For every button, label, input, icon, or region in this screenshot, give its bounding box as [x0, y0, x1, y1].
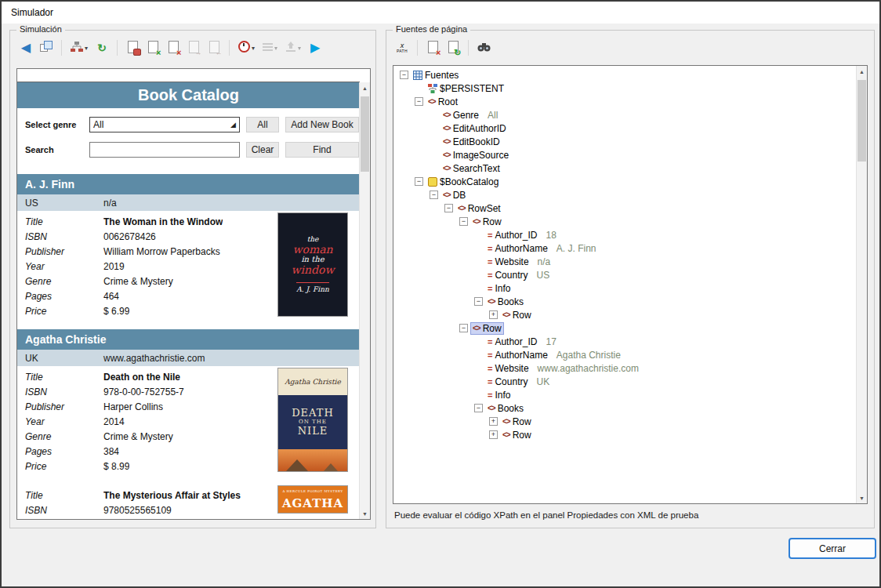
tree-node[interactable]: =Info — [397, 281, 856, 295]
tree-node-box: <>Row — [470, 216, 504, 228]
tree-node[interactable]: <>GenreAll — [397, 108, 856, 122]
tree-node[interactable]: −<>Row — [397, 215, 856, 228]
tree-node-box: <>SearchText — [440, 162, 502, 175]
tree-node[interactable]: <>ImageSource — [397, 148, 856, 162]
evaluate-xpath-button[interactable]: xPATH — [393, 38, 411, 57]
add-new-book-button[interactable]: Add New Book — [285, 117, 359, 132]
tree-node-box: <>EditAuthorID — [440, 122, 509, 135]
cover-text: AGATHA — [282, 496, 343, 510]
reset-xml-icon: × — [428, 41, 438, 56]
tree-node-box: <>Row — [500, 416, 534, 428]
tree-node-value: All — [488, 110, 498, 121]
tree-node[interactable]: =CountryUS — [397, 268, 856, 281]
element-icon: <> — [502, 430, 510, 439]
tree-node-box: Fuentes — [411, 69, 461, 82]
scroll-down-icon[interactable]: ▼ — [360, 508, 370, 519]
tree-scrollbar-thumb[interactable] — [857, 80, 866, 162]
tree-node[interactable]: <>EditAuthorID — [397, 122, 856, 135]
field-label: Publisher — [25, 246, 103, 257]
clear-data-button[interactable]: × — [164, 38, 183, 57]
tree-node[interactable]: +<>Row — [397, 428, 856, 441]
dropdown-caret-icon: ▾ — [274, 45, 277, 52]
tree-node[interactable]: =Websitewww.agathachristie.com — [397, 361, 856, 375]
tree-expander[interactable]: − — [459, 217, 468, 226]
tree-node[interactable]: +<>Row — [397, 415, 856, 428]
tree-node-box: <>RowSet — [455, 202, 503, 215]
attribute-icon: = — [488, 270, 492, 280]
genre-combobox[interactable]: All ◢ — [89, 117, 240, 132]
upload-icon — [285, 42, 296, 54]
author-country: US — [25, 198, 103, 209]
author-website: n/a — [103, 198, 117, 209]
tree-node-value: A. J. Finn — [557, 243, 596, 254]
timers-button[interactable]: ▾ — [235, 38, 258, 57]
tree-node[interactable]: −<>Books — [397, 401, 856, 415]
tree-expander[interactable]: − — [415, 177, 423, 186]
tree-node[interactable]: −<>DB — [397, 188, 856, 201]
scroll-up-icon[interactable]: ▲ — [360, 82, 370, 93]
tree-node[interactable]: $PERSISTENT — [397, 82, 856, 95]
element-icon: <> — [443, 111, 451, 119]
tree-expander[interactable]: − — [444, 204, 453, 212]
tree-node[interactable]: =Websiten/a — [397, 255, 856, 268]
cover-art — [278, 449, 347, 471]
tree-expander[interactable]: − — [459, 324, 468, 332]
tree-node[interactable]: =Info — [397, 388, 856, 401]
tree-node[interactable]: −Fuentes — [397, 68, 856, 82]
tree-node[interactable]: =AuthorNameA. J. Finn — [397, 241, 856, 255]
field-label: Publisher — [25, 401, 103, 412]
reset-xml-button[interactable]: × — [423, 38, 442, 57]
element-icon: <> — [488, 297, 495, 306]
tree-expander[interactable]: + — [489, 310, 498, 319]
play-button[interactable]: ▶ — [306, 38, 324, 57]
tree-scrollbar[interactable]: ▲ ▼ — [856, 66, 867, 503]
tree-node[interactable]: =Author_ID17 — [397, 335, 856, 348]
tree-node[interactable]: −<>Row — [397, 321, 856, 335]
tree-expander[interactable]: + — [489, 417, 498, 426]
close-button[interactable]: Cerrar — [789, 538, 876, 559]
tree-node[interactable]: =AuthorNameAgatha Christie — [397, 348, 856, 361]
field-value: $ 6.99 — [103, 306, 129, 317]
tree-node[interactable]: −<>RowSet — [397, 201, 856, 215]
tree-node[interactable]: −<>Books — [397, 295, 856, 308]
tree-node-label: DB — [453, 190, 466, 201]
scroll-up-icon[interactable]: ▲ — [857, 66, 867, 77]
tree-node[interactable]: +<>Row — [397, 308, 856, 321]
search-row: Search Clear Find — [25, 141, 360, 158]
element-icon: <> — [502, 310, 510, 319]
refresh-button[interactable]: ↻ — [92, 38, 111, 57]
tree-expander[interactable]: − — [430, 191, 438, 199]
tree-node[interactable]: =Author_ID18 — [397, 228, 856, 241]
field-value: The Woman in the Window — [103, 216, 223, 227]
tree-node[interactable]: −$BookCatalog — [397, 175, 856, 188]
tree-expander[interactable]: − — [474, 297, 483, 306]
field-value: $ 8.99 — [103, 461, 129, 472]
reload-xml-button[interactable]: ↻ — [444, 38, 462, 57]
all-button[interactable]: All — [246, 117, 279, 132]
save-page-data-button[interactable] — [123, 38, 142, 57]
reload-xml-icon: ↻ — [448, 41, 459, 56]
element-icon: <> — [502, 417, 510, 426]
open-subpage-button[interactable] — [37, 38, 56, 57]
tree-node[interactable]: =CountryUK — [397, 375, 856, 388]
tree-expander[interactable]: − — [400, 71, 408, 79]
tree-expander[interactable]: − — [474, 404, 483, 412]
field-value: 9780525565109 — [103, 505, 172, 516]
page-tree-button[interactable]: ▾ — [67, 38, 91, 57]
find-button[interactable]: Find — [285, 142, 359, 158]
revert-data-button[interactable]: × — [143, 38, 162, 57]
tree-node[interactable]: <>EditBookID — [397, 135, 856, 148]
tree-node[interactable]: <>SearchText — [397, 162, 856, 175]
scroll-down-icon[interactable]: ▼ — [857, 492, 867, 503]
back-button[interactable]: ◀ — [16, 38, 35, 57]
tree-expander[interactable]: + — [489, 430, 498, 439]
tree-node[interactable]: −<>Root — [397, 95, 856, 108]
revert-data-icon: × — [148, 41, 158, 56]
app-scrollbar-thumb[interactable] — [361, 96, 369, 172]
search-input[interactable] — [89, 142, 240, 158]
tree-node-label: Info — [495, 283, 510, 294]
app-scrollbar[interactable]: ▲ ▼ — [359, 82, 370, 519]
clear-button[interactable]: Clear — [246, 142, 279, 158]
tree-expander[interactable]: − — [415, 97, 423, 106]
find-button[interactable] — [474, 38, 494, 57]
